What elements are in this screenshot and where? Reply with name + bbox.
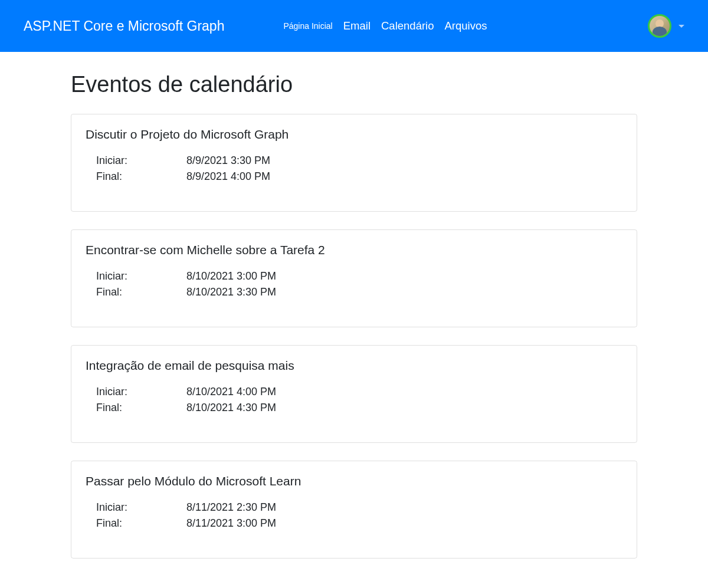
nav-files[interactable]: Arquivos [444,19,487,32]
nav-links: Página Inicial Email Calendário Arquivos [283,19,487,32]
event-end-label: Final: [96,170,186,183]
navbar-brand[interactable]: ASP.NET Core e Microsoft Graph [24,18,224,34]
event-start-value: 8/9/2021 3:30 PM [186,155,270,167]
event-end-value: 8/10/2021 3:30 PM [186,286,276,298]
event-card: Discutir o Projeto do Microsoft Graph In… [71,114,637,212]
event-title: Integração de email de pesquisa mais [86,359,622,373]
event-end-value: 8/11/2021 3:00 PM [186,517,276,530]
event-start-value: 8/11/2021 2:30 PM [186,501,276,514]
event-title: Passar pelo Módulo do Microsoft Learn [86,474,622,488]
event-title: Discutir o Projeto do Microsoft Graph [86,127,622,142]
event-start-label: Iniciar: [96,155,186,167]
event-end-value: 8/10/2021 4:30 PM [186,402,276,414]
event-card: Passar pelo Módulo do Microsoft Learn In… [71,461,637,559]
event-start-label: Iniciar: [96,386,186,398]
event-start-row: Iniciar: 8/9/2021 3:30 PM [86,155,622,167]
navbar: ASP.NET Core e Microsoft Graph Página In… [0,0,708,52]
event-end-label: Final: [96,517,186,530]
nav-email[interactable]: Email [343,19,371,32]
page-title: Eventos de calendário [71,72,637,97]
event-start-value: 8/10/2021 4:00 PM [186,386,276,398]
event-start-label: Iniciar: [96,270,186,282]
event-end-label: Final: [96,286,186,298]
event-end-row: Final: 8/10/2021 4:30 PM [86,402,622,414]
event-start-row: Iniciar: 8/10/2021 3:00 PM [86,270,622,282]
event-start-row: Iniciar: 8/10/2021 4:00 PM [86,386,622,398]
event-end-value: 8/9/2021 4:00 PM [186,170,270,183]
nav-right [648,14,684,38]
event-start-label: Iniciar: [96,501,186,514]
event-end-row: Final: 8/9/2021 4:00 PM [86,170,622,183]
event-title: Encontrar-se com Michelle sobre a Tarefa… [86,243,622,257]
event-card: Integração de email de pesquisa mais Ini… [71,345,637,443]
event-end-label: Final: [96,402,186,414]
chevron-down-icon[interactable] [678,25,684,28]
event-start-value: 8/10/2021 3:00 PM [186,270,276,282]
avatar[interactable] [648,14,671,38]
event-start-row: Iniciar: 8/11/2021 2:30 PM [86,501,622,514]
event-end-row: Final: 8/11/2021 3:00 PM [86,517,622,530]
nav-home[interactable]: Página Inicial [283,21,332,31]
event-end-row: Final: 8/10/2021 3:30 PM [86,286,622,298]
event-card: Encontrar-se com Michelle sobre a Tarefa… [71,229,637,327]
nav-calendar[interactable]: Calendário [381,19,434,32]
main-container: Eventos de calendário Discutir o Projeto… [71,52,637,588]
